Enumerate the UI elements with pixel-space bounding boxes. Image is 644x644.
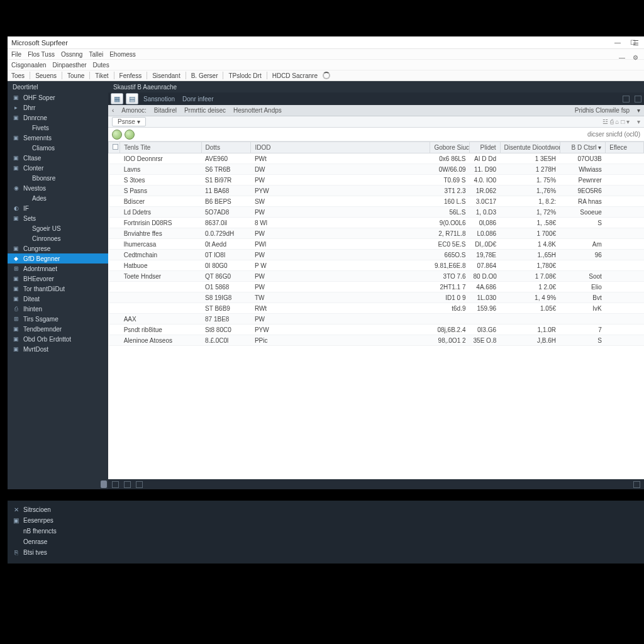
column-header[interactable]: B D Ctsrl ▾ (560, 142, 606, 153)
sidebar-item[interactable]: Cliamos (8, 143, 108, 153)
menu-item[interactable]: Flos Tuss (28, 51, 55, 58)
topbar-right-icon-2[interactable] (635, 96, 641, 103)
menu-item[interactable]: Ehomess (109, 51, 136, 58)
tab[interactable]: Bitadirel (154, 107, 177, 114)
table-row[interactable]: S Pasns11 BA68PYW3T1 2.31R.0621.,76%9EO5… (109, 186, 644, 196)
sidebar-item[interactable]: ▣Sets (8, 213, 108, 223)
menu-item[interactable]: Dinpaesther (53, 62, 87, 69)
column-header[interactable]: Tenls Tite (120, 142, 201, 153)
toolbar-item[interactable]: Fenfess (119, 72, 142, 79)
lower-panel-item[interactable]: ⎘Btsi tves (13, 547, 639, 558)
sidebar-item[interactable]: ▣Diteat (8, 294, 108, 304)
sidebar-item[interactable]: ▣Cungrese (8, 243, 108, 253)
toolbar-item[interactable]: TPslodc Drt (228, 72, 261, 79)
topbar-right-icon-1[interactable] (623, 96, 630, 103)
table-row[interactable]: Fortnrisin D08RS8637.0il8 Wl9(0.O0L60l,0… (109, 218, 644, 228)
status-icon-1[interactable] (112, 481, 119, 488)
filter-dropdown[interactable]: Psnse ▾ (112, 117, 146, 126)
tab-scroll-left-icon[interactable]: ‹ (112, 107, 114, 114)
table-row[interactable]: O1 5868PW2HT1.1 74A.6861 2.0€Elio (109, 282, 644, 292)
outer-control-icon-1[interactable]: ☰ (633, 39, 639, 47)
table-row[interactable]: lhumercasa0t AeddPWlEC0 5E.SDI,.0D€1 4.8… (109, 239, 644, 250)
sidebar-item[interactable]: ⊞Tirs Ssgame (8, 314, 108, 324)
table-row[interactable]: Psndt rib8itueSt8 80C0PYW08j,6B.2.40I3.G… (109, 325, 644, 335)
sidebar-item[interactable]: Bbonsre (8, 173, 108, 183)
action-icon-1[interactable] (112, 130, 122, 140)
toolbar-icon-button-2[interactable]: ▤ (126, 93, 138, 104)
action-icon-2[interactable] (125, 130, 135, 140)
outer-settings-icon[interactable]: ⚙ (633, 54, 638, 61)
toolbar-item[interactable]: Toes (11, 72, 25, 79)
toolbar-item[interactable]: Toune (67, 72, 84, 79)
sidebar-item[interactable]: ◆GfD Begnner (8, 253, 108, 264)
sidebar-item[interactable]: Cinronoes (8, 233, 108, 243)
column-header[interactable]: Plidet (470, 142, 501, 153)
sidebar-item[interactable]: ▣Clonter (8, 163, 108, 173)
outer-minimize-button[interactable]: — (619, 54, 625, 61)
filter-control-icon[interactable]: ▾ (626, 118, 630, 125)
table-row[interactable]: LavnsS6 TR6BDW0W/66.0911. D901 278HWlwia… (109, 164, 644, 175)
minimize-button[interactable]: — (610, 38, 625, 48)
tab[interactable]: Amonoc: (121, 107, 146, 114)
sidebar-item[interactable]: ▸Dhrr (8, 103, 108, 113)
filter-control-icon[interactable]: □ (621, 118, 626, 125)
table-row[interactable]: IOO DeonnrsrAVE960PWt0x6 86LSAI D Dd1 3E… (109, 153, 644, 164)
column-header[interactable]: Dotts (201, 142, 251, 153)
filter-control-icon[interactable]: ☳ (602, 118, 610, 125)
sidebar-item[interactable]: ▣Tendbemnder (8, 324, 108, 334)
sidebar-item[interactable]: ◉Nvestos (8, 183, 108, 193)
tab[interactable]: Prmrttic deisec (184, 107, 226, 114)
sidebar-item[interactable]: ▣MvrtDost (8, 344, 108, 354)
sidebar-item[interactable]: Sgoeir US (8, 223, 108, 233)
toolbar-item[interactable]: Seuens (35, 72, 57, 79)
status-icon-3[interactable] (136, 481, 143, 488)
sidebar-item[interactable]: Ades (8, 193, 108, 203)
menu-item[interactable]: Dutes (93, 62, 109, 69)
toolbar-item[interactable]: B. Gerser (191, 72, 218, 79)
toolbar-item[interactable]: Sisendant (152, 72, 180, 79)
lower-panel-item[interactable]: ✕Sitrscioen (13, 504, 639, 515)
sidebar-item[interactable]: ◐IF (8, 203, 108, 213)
sidebar-item[interactable]: ▣Dnnrcne (8, 113, 108, 123)
table-row[interactable]: Bnviahtre ffes0.0.729dHPW2, R71L.8L0.086… (109, 228, 644, 239)
status-icon-right[interactable] (633, 481, 640, 488)
status-icon-2[interactable] (124, 481, 131, 488)
lower-panel-item[interactable]: nB fhenncts (13, 526, 639, 536)
sidebar-scroll-handle[interactable] (101, 480, 107, 488)
column-header[interactable]: Gobore Siucl (430, 142, 470, 153)
lower-panel-item[interactable]: Oenrase (13, 536, 639, 547)
toolbar-icon-button-1[interactable]: ▦ (111, 93, 123, 104)
column-header[interactable]: Eflece (606, 142, 644, 153)
column-header[interactable]: IDOD (251, 142, 430, 153)
sidebar-item[interactable]: ▣OHF Soper (8, 92, 108, 103)
menu-item[interactable]: Cisgonaalen (11, 62, 47, 69)
tab-right-label[interactable]: Pridhis Clonwile fsp (575, 107, 630, 114)
table-row[interactable]: Cedtmchain0T lO8lPW665O.S19,78E1.,65H96 (109, 250, 644, 260)
menu-item[interactable]: Tallei (89, 51, 103, 58)
filter-control-icon[interactable]: ⌂ (615, 118, 621, 125)
sidebar-item[interactable]: Fivets (8, 123, 108, 133)
toolbar-item[interactable]: Tiket (95, 72, 108, 79)
sidebar-item[interactable]: ▣Tor thantDiiDut (8, 284, 108, 294)
sidebar-item[interactable]: ⊞Adontmnaet (8, 264, 108, 274)
table-row[interactable]: Hatbuoe0I 80G0P W9.81,E6E.807.8641,780€ (109, 260, 644, 271)
table-row[interactable]: S 3toesS1 Bi97RPWT0.69 S4.0. IO01. 75%Pe… (109, 175, 644, 186)
sidebar-item[interactable]: ▣Cltase (8, 153, 108, 163)
tab[interactable]: Hesnottert Andps (233, 107, 282, 114)
table-row[interactable]: Aleninoe Atoseos8.£.0C0lPPic98,.0O1 235E… (109, 335, 644, 346)
table-row[interactable]: Ld Ddetrs5O7AD8PW56L.S1, 0.D31, 72%Sooeu… (109, 207, 644, 218)
sidebar-item[interactable]: ⎙Ihinten (8, 304, 108, 314)
menu-item[interactable]: File (11, 51, 21, 58)
chevron-down-icon[interactable]: ▾ (637, 107, 640, 114)
table-row[interactable]: S8 19IG8TWID1 0 91L.0301, 4 9%Bvt (109, 292, 644, 303)
sidebar-item[interactable]: ▣Obd Orb Erdnttot (8, 334, 108, 344)
menu-item[interactable]: Ossnng (61, 51, 82, 58)
table-row[interactable]: Toete HndserQT 86G0PW3TO 7.680 D.O01 7.0… (109, 271, 644, 282)
table-row[interactable]: AAX87 1BE8PW (109, 314, 644, 325)
column-header[interactable]: Disentute Diootdwords (500, 142, 560, 153)
toolbar-item[interactable]: HDCD Sacranre (272, 72, 318, 79)
column-header[interactable] (109, 142, 120, 153)
lower-panel-item[interactable]: ▣Eesenrpes (13, 515, 639, 526)
table-row[interactable]: ST B6B9RWtt6d.9159.961.05€IvK (109, 303, 644, 314)
table-row[interactable]: BdiscerB6 BEPSSW160 L.S3.0C171, 8.2:RA h… (109, 196, 644, 207)
